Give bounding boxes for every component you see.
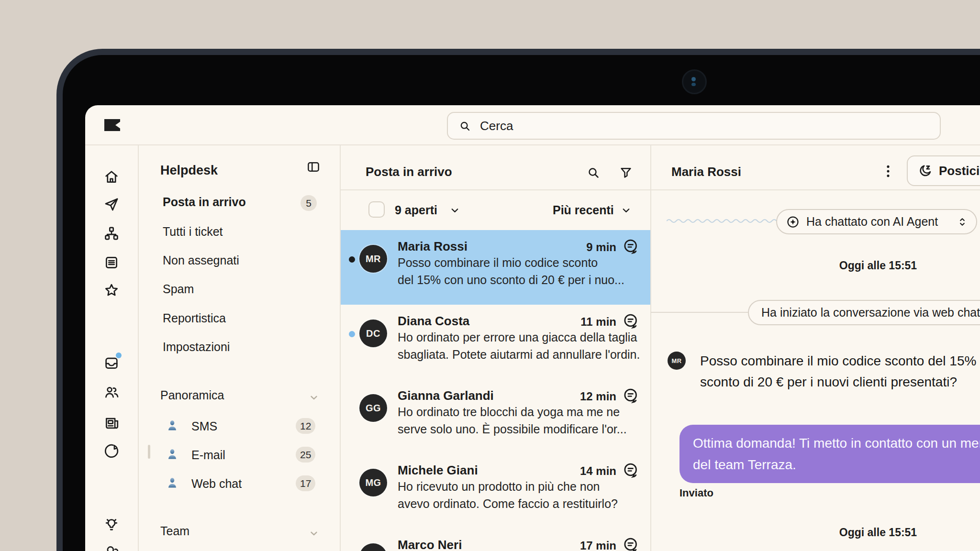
snooze-moon-icon [917,163,933,178]
conversation-row[interactable]: DC Diana Costa 11 min Ho ordinato per er… [341,305,650,379]
preview-line: sbagliata. Potete aiutarmi ad annullare … [398,348,639,362]
snooze-label: Posticipa [939,164,980,178]
list-divider [650,145,651,551]
nav-item-tutti-i-ticket[interactable]: Tutti i ticket [163,225,223,239]
chat-channel-icon [622,536,639,551]
ai-agent-chip[interactable]: Ha chattato con AI Agent [776,209,977,234]
list-search-icon[interactable] [586,165,601,180]
section-team[interactable]: Team [160,524,189,538]
agent-message-line: del team Terraza. [693,454,980,475]
conversation-time: 17 min [532,539,616,551]
select-all-checkbox[interactable] [368,201,385,218]
preview-line: Ho ricevuto un prodotto in più che non [398,480,639,494]
inbox-notification-dot [116,353,122,358]
channel-web-chat[interactable]: Web chat [191,477,242,491]
person-icon [165,447,179,462]
avatar: MG [359,469,387,496]
collapse-panel-icon[interactable] [306,160,321,174]
news-icon[interactable] [103,415,120,431]
send-icon[interactable] [103,196,120,212]
channel-email[interactable]: E-mail [191,448,225,462]
avatar: GG [359,394,387,422]
conversation-name: Gianna Garlandi [398,388,494,403]
kebab-menu-icon[interactable] [880,163,897,180]
preview-line: serve solo uno. È possibile modificare l… [398,422,639,436]
home-icon[interactable] [103,169,120,185]
nav-item-impostazioni[interactable]: Impostazioni [163,340,230,354]
chevron-down-icon[interactable] [620,204,632,216]
event-chip-label: Ha iniziato la conversazione via web cha… [761,306,980,320]
person-icon [165,419,179,433]
rail-divider [138,145,139,551]
timestamp: Oggi alle 15:51 [782,526,974,539]
badge-email: 25 [296,447,315,463]
conversation-time: 11 min [532,315,616,329]
filter-icon[interactable] [619,165,633,180]
chat-channel-icon [622,312,639,330]
org-chart-icon[interactable] [103,225,120,242]
nav-badge-posta: 5 [301,195,317,211]
search-input[interactable] [479,118,902,134]
conversation-name: Michele Giani [398,463,478,478]
badge-web-chat: 17 [296,475,315,491]
nav-item-reportistica[interactable]: Reportistica [163,311,226,325]
conversation-header-divider [651,189,980,190]
app-window: Helpdesk Posta in arrivo 5 Tutti i ticke… [85,105,980,551]
conversation-row[interactable]: MG Michele Giani 14 min Ho ricevuto un p… [341,454,650,529]
up-down-chevron-icon [956,216,969,228]
bottom-partial-icon[interactable] [103,544,120,551]
timestamp: Oggi alle 15:51 [782,259,974,272]
preview-line: Posso combinare il mio codice sconto [398,256,639,270]
desktop-background: Helpdesk Posta in arrivo 5 Tutti i ticke… [0,0,980,551]
conversation-name: Maria Rossi [398,239,468,254]
chat-channel-icon [622,387,639,404]
badge-sms: 12 [296,418,315,434]
unread-dot [349,256,355,263]
customer-avatar: MR [668,352,686,370]
unread-dot [349,331,355,337]
inbox-title: Posta in arrivo [366,165,452,179]
nav-item-posta-in-arrivo[interactable]: Posta in arrivo [163,195,246,209]
contacts-icon[interactable] [103,384,120,400]
ideas-lightbulb-icon[interactable] [103,517,120,533]
snooze-button[interactable]: Posticipa [907,155,980,186]
app-logo-icon[interactable] [104,119,120,131]
webcam [682,69,707,94]
conversation-time: 14 min [532,464,616,478]
nav-scrollbar-thumb[interactable] [148,445,150,459]
star-icon[interactable] [103,282,120,298]
customer-message-line: sconto di 20 € per i nuovi clienti prese… [700,375,980,390]
preview-line: Ho ordinato tre blocchi da yoga ma me ne [398,405,639,419]
chevron-down-icon[interactable] [308,528,320,539]
chat-channel-icon [622,462,639,479]
chevron-down-icon[interactable] [308,392,320,403]
open-count-dropdown[interactable]: 9 aperti [395,203,437,217]
chevron-down-icon[interactable] [449,204,461,216]
avatar: MR [359,245,387,273]
chat-channel-icon [622,238,639,255]
conversation-started-chip: Ha iniziato la conversazione via web cha… [748,300,980,325]
inbox-header-divider [341,189,650,190]
avatar: MN [359,543,387,551]
reports-pie-icon[interactable] [103,443,120,459]
conversation-row[interactable]: MR Maria Rossi 9 min Posso combinare il … [341,230,650,305]
conversation-row[interactable]: GG Gianna Garlandi 12 min Ho ordinato tr… [341,379,650,454]
nav-item-non-assegnati[interactable]: Non assegnati [163,253,239,267]
ai-sparkle-icon [786,215,800,229]
search-icon [458,120,471,132]
preview-line: avevo ordinato. Come faccio a restituirl… [398,497,639,511]
webcam-lens2-icon [691,83,696,86]
channel-sms[interactable]: SMS [191,419,217,433]
agent-message-bubble: Ottima domanda! Ti metto in contatto con… [679,425,980,483]
nav-item-spam[interactable]: Spam [163,282,194,296]
topbar-divider [85,144,980,145]
preview-line: Ho ordinato per errore una giacca della … [398,331,639,344]
conversation-row[interactable]: MN Marco Neri 17 min [341,529,650,551]
sort-dropdown[interactable]: Più recenti [553,203,614,217]
conversation-time: 12 min [532,390,616,403]
ticket-list-icon[interactable] [103,254,120,271]
nav-title: Helpdesk [160,163,218,178]
webcam-lens-icon [691,77,696,81]
section-panoramica[interactable]: Panoramica [160,388,224,402]
global-search[interactable] [447,112,941,140]
